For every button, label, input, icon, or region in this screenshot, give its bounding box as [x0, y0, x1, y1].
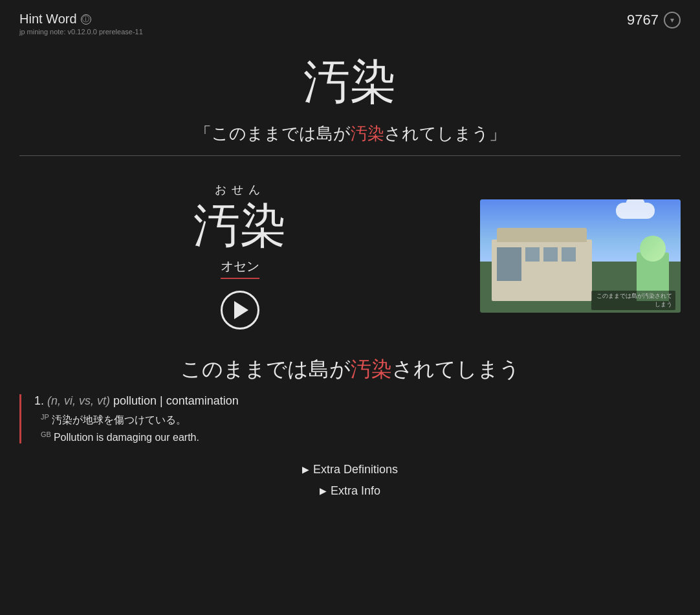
extra-info-label: Extra Info: [331, 484, 380, 498]
kanji-large: 汚染: [193, 200, 287, 251]
sentence-area: 「このままでは島が汚染されてしまう」: [0, 116, 700, 155]
definition-section: 1. (n, vi, vs, vt) pollution | contamina…: [19, 394, 681, 443]
example-jp-row: JP汚染が地球を傷つけている。: [41, 413, 681, 427]
sentence-prefix: 「このままでは島が: [195, 124, 351, 143]
info-icon[interactable]: ⓘ: [81, 14, 91, 25]
definition-text-val: pollution | contamination: [113, 394, 239, 407]
hint-word-section: Hint Word ⓘ jp mining note: v0.12.0.0 pr…: [19, 12, 143, 36]
score-number: 9767: [627, 12, 659, 28]
building-door: [497, 247, 521, 281]
example-prefix: このままでは島が: [180, 357, 351, 381]
main-word-title: 汚染: [0, 45, 700, 116]
example-suffix: されてしまう: [392, 357, 520, 381]
play-button[interactable]: [221, 291, 259, 330]
score-area: 9767 ▾: [627, 12, 681, 28]
hint-word-label: Hint Word: [19, 12, 77, 27]
cloud: [616, 203, 655, 219]
example-jp-text: 汚染が地球を傷つけている。: [52, 415, 186, 426]
extra-definitions-arrow: ▶: [302, 464, 309, 475]
screenshot-text-overlay: このままでは島が汚染されてしまう: [591, 291, 675, 310]
extra-definitions-label: Extra Definitions: [313, 463, 398, 476]
hint-word-title-row: Hint Word ⓘ: [19, 12, 143, 27]
word-info-section: おせん 汚染 オセン: [19, 169, 461, 342]
header: Hint Word ⓘ jp mining note: v0.12.0.0 pr…: [0, 0, 700, 45]
extra-info-arrow: ▶: [320, 486, 327, 496]
definition-number: 1.: [34, 394, 44, 407]
extra-definitions-link[interactable]: ▶ Extra Definitions: [302, 463, 398, 476]
building-window1: [525, 247, 540, 262]
jp-label: JP: [41, 413, 49, 421]
play-icon: [234, 301, 248, 319]
example-sentence: このままでは島が汚染されてしまう: [19, 355, 681, 384]
screenshot-background: このままでは島が汚染されてしまう: [480, 199, 681, 313]
furigana: おせん: [215, 182, 265, 197]
example-highlight: 汚染: [351, 357, 392, 381]
dropdown-button[interactable]: ▾: [664, 12, 681, 28]
example-en-row: GBPollution is damaging our earth.: [41, 430, 681, 443]
building-roof: [497, 228, 587, 242]
sentence-suffix: されてしまう」: [384, 124, 506, 143]
extra-info-link[interactable]: ▶ Extra Info: [320, 484, 380, 498]
building-body: [492, 240, 592, 301]
building-window2: [543, 247, 558, 262]
card-area: おせん 汚染 オセン このままでは島が汚染されてしまう: [19, 169, 681, 342]
example-en-text: Pollution is damaging our earth.: [54, 432, 199, 443]
version-label: jp mining note: v0.12.0.0 prerelease-11: [19, 28, 143, 36]
katakana-reading: オセン: [221, 258, 259, 279]
game-screenshot-image: このままでは島が汚染されてしまう: [480, 199, 681, 313]
divider: [19, 155, 681, 156]
sentence-highlight: 汚染: [351, 124, 384, 143]
en-label: GB: [41, 430, 51, 438]
character-head: [640, 236, 666, 262]
definition-pos: (n, vi, vs, vt): [47, 394, 110, 407]
extra-links-section: ▶ Extra Definitions ▶ Extra Info: [0, 463, 700, 498]
building-window3: [562, 247, 576, 262]
definition-row: 1. (n, vi, vs, vt) pollution | contamina…: [34, 394, 681, 408]
